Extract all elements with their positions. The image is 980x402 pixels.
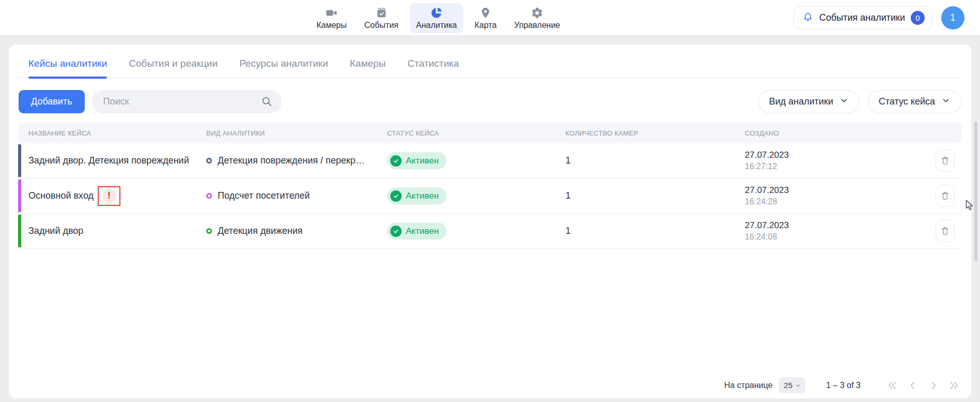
delete-case-button[interactable] — [936, 185, 955, 207]
chevron-down-icon — [941, 96, 951, 108]
top-bar: Камеры События Аналитика Карта Управлени — [0, 0, 980, 36]
tab-cameras[interactable]: Камеры — [350, 58, 386, 78]
last-page-button[interactable] — [948, 380, 960, 391]
cases-table: НАЗВАНИЕ КЕЙСА ВИД АНАЛИТИКИ СТАТУС КЕЙС… — [18, 123, 962, 249]
nav-item-cameras[interactable]: Камеры — [310, 3, 353, 33]
content-card: Кейсы аналитики События и реакции Ресурс… — [9, 44, 971, 398]
filter-analytics-type[interactable]: Вид аналитики — [758, 90, 860, 113]
tab-analytics-resources[interactable]: Ресурсы аналитики — [239, 58, 328, 78]
nav-label: Камеры — [316, 21, 347, 30]
nav-item-analytics[interactable]: Аналитика — [410, 3, 463, 33]
filter-label: Вид аналитики — [769, 96, 833, 107]
nav-item-map[interactable]: Карта — [468, 3, 503, 33]
analytics-type-ring-icon — [206, 193, 212, 199]
first-page-button[interactable] — [886, 380, 898, 391]
row-color-stripe — [18, 144, 21, 177]
pager-controls — [886, 380, 960, 391]
filter-label: Статус кейса — [879, 96, 935, 107]
add-button[interactable]: Добавить — [19, 90, 85, 113]
created-datetime: 27.07.2023 16:24:08 — [745, 220, 789, 242]
nav-item-events[interactable]: События — [358, 3, 405, 33]
case-name-cell: Задний двор. Детекция повреждений — [28, 155, 206, 166]
row-color-stripe — [18, 180, 21, 212]
search-icon — [261, 96, 272, 109]
status-label: Активен — [406, 191, 439, 201]
nav-item-management[interactable]: Управление — [508, 3, 566, 33]
created-cell: 27.07.2023 16:24:28 — [745, 185, 962, 207]
user-avatar[interactable]: 1 — [941, 6, 964, 29]
chevron-down-icon — [795, 382, 801, 389]
case-name-cell: Задний двор — [28, 226, 206, 236]
created-time: 16:24:08 — [745, 232, 789, 242]
analytics-type-ring-icon — [206, 158, 212, 163]
table-header: НАЗВАНИЕ КЕЙСА ВИД АНАЛИТИКИ СТАТУС КЕЙС… — [18, 123, 962, 143]
map-pin-icon — [479, 7, 492, 19]
table-row[interactable]: Основной вход ! Подсчет посетителей Акти… — [18, 178, 962, 214]
created-datetime: 27.07.2023 16:27:12 — [745, 150, 789, 171]
delete-case-button[interactable] — [936, 150, 955, 172]
analytics-type-label: Подсчет посетителей — [218, 190, 310, 201]
case-name-cell: Основной вход ! — [28, 186, 206, 206]
toolbar: Добавить Вид аналитики Статус кейса — [19, 90, 961, 113]
nav-label: Управление — [514, 21, 560, 30]
warning-highlight-box: ! — [98, 186, 120, 206]
analytics-type-ring-icon — [206, 228, 212, 234]
analytics-type-label: Детекция движения — [218, 226, 303, 236]
status-cell: Активен — [387, 222, 565, 240]
filter-case-status[interactable]: Статус кейса — [868, 90, 961, 113]
pagination-range: 1 – 3 of 3 — [826, 381, 861, 390]
table-row[interactable]: Задний двор. Детекция повреждений Детекц… — [18, 143, 962, 178]
trash-icon — [941, 156, 950, 166]
per-page-select[interactable]: 25 — [779, 377, 806, 393]
status-label: Активен — [406, 156, 439, 166]
main-navigation: Камеры События Аналитика Карта Управлени — [310, 3, 566, 33]
pagination-bar: На странице 25 1 – 3 of 3 — [724, 377, 960, 393]
vertical-scrollbar-thumb[interactable] — [974, 122, 977, 261]
pie-chart-icon — [430, 7, 442, 19]
case-name: Задний двор. Детекция повреждений — [28, 155, 189, 166]
nav-label: Аналитика — [416, 21, 457, 30]
created-time: 16:27:12 — [745, 162, 789, 171]
nav-label: События — [364, 21, 399, 30]
status-cell: Активен — [387, 187, 565, 204]
video-camera-icon — [325, 7, 338, 19]
case-name: Основной вход — [28, 190, 94, 201]
analytics-type-label: Детекция повреждения / перекр… — [218, 155, 365, 166]
warning-icon: ! — [102, 189, 116, 203]
col-analytics-type: ВИД АНАЛИТИКИ — [206, 129, 387, 137]
analytics-tabs: Кейсы аналитики События и реакции Ресурс… — [19, 44, 961, 78]
analytics-type-cell: Детекция повреждения / перекр… — [206, 155, 387, 166]
created-date: 27.07.2023 — [745, 150, 789, 160]
tab-statistics[interactable]: Статистика — [407, 58, 459, 78]
mouse-cursor — [966, 200, 974, 213]
col-case-status: СТАТУС КЕЙСА — [387, 129, 565, 137]
per-page-label: На странице — [724, 381, 773, 390]
chevron-down-icon — [839, 96, 849, 108]
trash-icon — [941, 226, 950, 236]
status-label: Активен — [406, 226, 439, 236]
status-check-icon — [390, 226, 402, 237]
status-badge: Активен — [387, 187, 447, 204]
tab-analytics-cases[interactable]: Кейсы аналитики — [28, 58, 107, 78]
top-right-controls: События аналитики 0 1 — [793, 6, 964, 29]
delete-case-button[interactable] — [936, 220, 955, 242]
created-time: 16:24:28 — [745, 197, 789, 206]
events-count-badge: 0 — [911, 11, 925, 25]
status-badge: Активен — [387, 152, 447, 169]
analytics-type-cell: Детекция движения — [206, 226, 387, 236]
next-page-button[interactable] — [928, 380, 939, 391]
nav-label: Карта — [474, 21, 497, 30]
col-camera-count: КОЛИЧЕСТВО КАМЕР — [565, 129, 745, 137]
status-badge: Активен — [387, 222, 447, 240]
status-check-icon — [390, 155, 402, 167]
gear-icon — [531, 7, 543, 19]
search-input[interactable] — [92, 90, 282, 113]
status-check-icon — [390, 190, 402, 202]
tab-events-reactions[interactable]: События и реакции — [129, 58, 218, 78]
camera-count-cell: 1 — [565, 155, 745, 166]
calendar-check-icon — [375, 7, 388, 19]
created-cell: 27.07.2023 16:24:08 — [745, 220, 962, 242]
analytics-events-button[interactable]: События аналитики 0 — [793, 6, 932, 29]
prev-page-button[interactable] — [907, 380, 918, 391]
table-row[interactable]: Задний двор Детекция движения Активен 1 … — [18, 214, 962, 249]
